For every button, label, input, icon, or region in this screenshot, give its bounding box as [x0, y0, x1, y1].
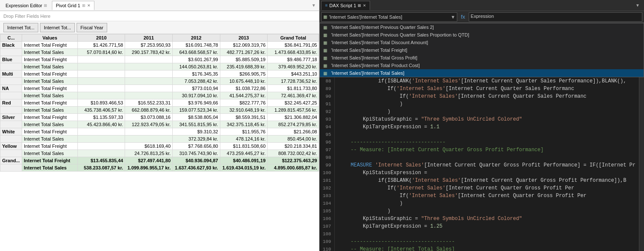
cell-2010	[78, 56, 125, 63]
table-row: NA Internet Total Freight $773.010,94 $1…	[0, 85, 319, 92]
cell-2010: $1.135.597,33	[78, 114, 125, 121]
autocomplete-item[interactable]: ▦'Internet Sales'[Internet Total Gross P…	[320, 54, 644, 62]
cell-2013: 235.419.688,39 kr.	[220, 63, 268, 71]
cell-2012: $40.936.094,87	[173, 157, 220, 164]
cell-2010	[78, 143, 125, 150]
tab-close-icon[interactable]: ✕	[87, 3, 91, 8]
code-line: )	[338, 100, 635, 108]
tab-dax-script[interactable]: ≡ DAX Script 1 ⊞ ✕	[321, 1, 370, 10]
line-number: 88	[321, 77, 331, 85]
cell-grand: $32.245.427,25	[268, 99, 319, 107]
table-row: Silver Internet Total Freight $1.135.597…	[0, 114, 319, 121]
table-row: Internet Total Sales 144.050.263,81 kr. …	[0, 63, 319, 71]
cell-grand: $20.218.334,81	[268, 143, 319, 150]
line-number: 101	[321, 177, 331, 184]
code-token: "Three Symbols UnCircled Colored"	[421, 216, 522, 222]
code-token: )	[338, 200, 402, 206]
cell-2012: 310.745.743,90 kr.	[173, 150, 220, 157]
right-panel-options[interactable]: ▼	[633, 3, 642, 8]
measure-icon: ▦	[323, 56, 328, 60]
tab-expression-editor[interactable]: Expression Editor ⊞	[2, 1, 51, 10]
autocomplete-item[interactable]: ▦'Internet Sales'[Internet Total Freight…	[320, 46, 644, 54]
cell-2013: $266.905,75	[220, 71, 268, 78]
measure-name: 'Internet Sales'[Internet Total Gross Pr…	[331, 55, 417, 60]
code-line: -- Measure: [Internet Current Quarter Gr…	[338, 146, 635, 154]
code-line: KpiStatusExpression =	[338, 169, 635, 177]
cell-2012: $16.091.748,78	[173, 42, 220, 49]
cell-label: Internet Total Sales	[22, 164, 78, 172]
autocomplete-item[interactable]: ▦'Internet Sales'[Internet Previous Quar…	[320, 23, 644, 31]
code-token: 'Internet Sales'	[412, 178, 461, 183]
cell-label: Internet Total Sales	[22, 63, 78, 71]
right-scrollbar[interactable]	[639, 77, 644, 251]
cell-2013: 32.910.648,19 kr.	[220, 107, 268, 114]
cell-2013: 342.375.118,45 kr.	[220, 121, 268, 128]
code-token: 'Internet Sales'	[396, 86, 445, 92]
measure-name: 'Internet Sales'[Internet Total Discount…	[331, 40, 428, 45]
measure-selector[interactable]: ▦ 'Internet Sales'[Internet Total Sales]…	[321, 12, 457, 22]
left-tab-bar: Expression Editor ⊞ Pivot Grid 1 ⊞ ✕ ▼	[0, 0, 319, 11]
code-line: -- Measure: [Internet Total Sales]	[338, 245, 635, 251]
cell-grand: 1.473.668.433,85 kr.	[268, 49, 319, 56]
autocomplete-list: ▦'Internet Sales'[Internet Previous Quar…	[319, 23, 644, 77]
table-row: Internet Total Sales 24.726.813,25 kr. 3…	[0, 150, 319, 157]
right-panel: ≡ DAX Script 1 ⊞ ✕ ▼ ▦ 'Internet Sales'[…	[319, 0, 644, 251]
code-token: 1.1	[430, 124, 440, 130]
right-tab-bar: ≡ DAX Script 1 ⊞ ✕ ▼	[319, 0, 644, 11]
cell-2012: 1.637.436.627,93 kr.	[173, 164, 220, 172]
code-token: )	[338, 109, 390, 115]
cell-2011	[125, 85, 173, 92]
code-line: ----------------------------------	[338, 238, 635, 245]
code-token: [Internet Current Quarter Sales Performa…	[446, 86, 574, 92]
cell-2013: 482.771.267,26 kr.	[220, 49, 268, 56]
cell-grand: $9.486.777,18	[268, 56, 319, 63]
cell-2012: 30.917.094,10 kr.	[173, 92, 220, 99]
cell-cat	[0, 164, 22, 172]
autocomplete-item[interactable]: ▦'Internet Sales'[Internet Total Sales]	[320, 69, 644, 77]
cell-2012: 159.077.523,34 kr.	[173, 107, 220, 114]
cell-2010: 57.070.814,60 kr.	[78, 49, 125, 56]
code-line	[338, 131, 635, 138]
cell-label: Internet Total Freight	[22, 157, 78, 164]
code-token: KpiStatusGraphic =	[338, 216, 421, 222]
cell-2010	[78, 150, 125, 157]
cell-label: Internet Total Sales	[22, 107, 78, 114]
cell-label: Internet Total Freight	[22, 143, 78, 150]
tab-dax-close[interactable]: ✕	[363, 3, 366, 8]
cell-cat: NA	[0, 85, 22, 92]
cell-2011: $16.552.233,31	[125, 99, 173, 107]
cell-grand: $1.811.733,80	[268, 85, 319, 92]
cell-2011: $7.253.950,93	[125, 42, 173, 49]
measure-dropdown-arrow[interactable]: ▼	[451, 14, 456, 20]
filter-buttons-bar: Internet Tot... Internet Tot... Fiscal Y…	[0, 21, 319, 34]
table-row: Internet Total Sales 57.070.814,60 kr. 2…	[0, 49, 319, 56]
cell-label: Internet Total Sales	[22, 135, 78, 143]
table-row: White Internet Total Freight $9.310,32 $…	[0, 128, 319, 135]
autocomplete-item[interactable]: ▦'Internet Sales'[Internet Total Product…	[320, 62, 644, 69]
filter-btn-3[interactable]: Fiscal Year	[77, 23, 107, 32]
measure-icon: ▦	[323, 33, 328, 37]
code-token: MEASURE	[338, 162, 375, 168]
filter-btn-2[interactable]: Internet Tot...	[40, 23, 75, 32]
cell-2013: $822.777,76	[220, 99, 268, 107]
code-token: -- Measure: [Internet Current Quarter Gr…	[338, 147, 543, 153]
cell-grand: 4.895.000.685,87 kr.	[268, 164, 319, 172]
tab-pin-icon-3: ⊞	[358, 3, 361, 8]
code-line: if(ISBLANK('Internet Sales'[Internet Cur…	[338, 177, 635, 184]
cell-cat: Black	[0, 42, 22, 49]
tab-pivot-grid[interactable]: Pivot Grid 1 ⊞ ✕	[52, 1, 94, 10]
filter-btn-1[interactable]: Internet Tot...	[3, 23, 38, 32]
cell-2011: 24.726.813,25 kr.	[125, 150, 173, 157]
panel-options-icon[interactable]: ▼	[310, 3, 318, 8]
line-numbers: 8889909192939495969798991001011021031041…	[319, 77, 335, 251]
cell-2011: $27.497.441,80	[125, 157, 173, 164]
line-number: 92	[321, 108, 331, 116]
autocomplete-item[interactable]: ▦'Internet Sales'[Internet Previous Quar…	[320, 31, 644, 39]
cell-2011	[125, 78, 173, 85]
selected-measure: 'Internet Sales'[Internet Total Sales]	[329, 14, 450, 20]
formula-bar: ▦ 'Internet Sales'[Internet Total Sales]…	[319, 11, 644, 23]
cell-2012: $3.976.949,66	[173, 99, 220, 107]
autocomplete-item[interactable]: ▦'Internet Sales'[Internet Total Discoun…	[320, 39, 644, 46]
cell-2010	[78, 92, 125, 99]
line-number: 89	[321, 85, 331, 93]
